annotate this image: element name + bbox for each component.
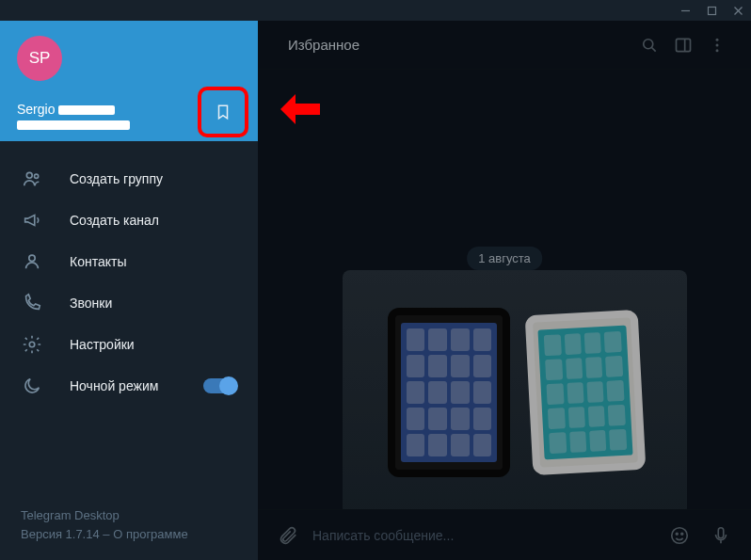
- minimize-button[interactable]: [679, 5, 691, 16]
- chat-messages[interactable]: 1 августа: [258, 70, 751, 509]
- svg-point-6: [29, 255, 35, 261]
- svg-point-14: [716, 49, 719, 52]
- attach-button[interactable]: [271, 519, 305, 552]
- menu-item-label: Создать группу: [70, 171, 237, 186]
- menu-settings[interactable]: Настройки: [0, 324, 258, 365]
- chat-header: Избранное: [258, 21, 751, 70]
- version-line: Версия 1.7.14 – О программе: [21, 525, 237, 544]
- menu-new-group[interactable]: Создать группу: [0, 158, 258, 200]
- group-icon: [21, 168, 43, 189]
- menu-item-label: Создать канал: [70, 213, 237, 228]
- menu-item-label: Контакты: [70, 254, 237, 269]
- tablet-illustration: [525, 310, 647, 475]
- date-separator: 1 августа: [467, 247, 542, 270]
- chat-panel: Избранное 1 августа: [258, 21, 751, 560]
- svg-point-16: [676, 533, 678, 535]
- svg-rect-1: [708, 7, 715, 14]
- image-content: [343, 270, 687, 509]
- svg-rect-18: [718, 527, 724, 537]
- svg-point-4: [26, 172, 32, 178]
- svg-point-13: [716, 43, 719, 46]
- svg-point-5: [34, 174, 38, 178]
- menu-new-channel[interactable]: Создать канал: [0, 200, 258, 241]
- night-mode-toggle[interactable]: [203, 378, 237, 393]
- phone-icon: [21, 293, 43, 313]
- profile-header[interactable]: SP Sergio: [0, 21, 258, 141]
- sidebar-toggle-button[interactable]: [666, 36, 700, 55]
- gear-icon: [21, 334, 43, 355]
- menu-item-label: Ночной режим: [70, 378, 203, 393]
- app-brand: Telegram Desktop: [21, 506, 237, 525]
- menu-contacts[interactable]: Контакты: [0, 241, 258, 282]
- menu-night-mode[interactable]: Ночной режим: [0, 365, 258, 407]
- svg-rect-10: [677, 39, 691, 51]
- saved-messages-button[interactable]: [207, 96, 239, 128]
- search-button[interactable]: [632, 36, 666, 55]
- avatar: SP: [17, 36, 62, 81]
- chat-title[interactable]: Избранное: [275, 37, 632, 53]
- more-button[interactable]: [700, 36, 734, 55]
- svg-point-8: [644, 39, 653, 48]
- menu-item-label: Настройки: [70, 337, 237, 352]
- person-icon: [21, 251, 43, 272]
- close-button[interactable]: [732, 5, 743, 16]
- voice-button[interactable]: [704, 519, 738, 552]
- emoji-button[interactable]: [663, 519, 696, 552]
- menu-calls[interactable]: Звонки: [0, 282, 258, 324]
- redacted-text: [58, 105, 115, 115]
- drawer-sidebar: SP Sergio Создать группу Создать: [0, 21, 258, 560]
- svg-point-7: [29, 342, 35, 347]
- maximize-button[interactable]: [706, 5, 717, 16]
- moon-icon: [21, 376, 43, 396]
- drawer-menu: Создать группу Создать канал Контакты Зв…: [0, 141, 258, 493]
- about-link[interactable]: О программе: [113, 527, 188, 541]
- message-input[interactable]: [312, 528, 655, 543]
- svg-point-17: [681, 533, 683, 535]
- window-titlebar: [0, 0, 751, 21]
- svg-line-9: [652, 47, 656, 51]
- message-composer: [258, 509, 751, 560]
- svg-point-12: [716, 38, 719, 40]
- drawer-footer: Telegram Desktop Версия 1.7.14 – О прогр…: [0, 493, 258, 560]
- redacted-text: [17, 120, 130, 130]
- tablet-illustration: [388, 308, 510, 477]
- menu-item-label: Звонки: [70, 296, 237, 311]
- svg-point-15: [672, 527, 688, 543]
- megaphone-icon: [21, 210, 43, 231]
- message-image[interactable]: [343, 270, 687, 509]
